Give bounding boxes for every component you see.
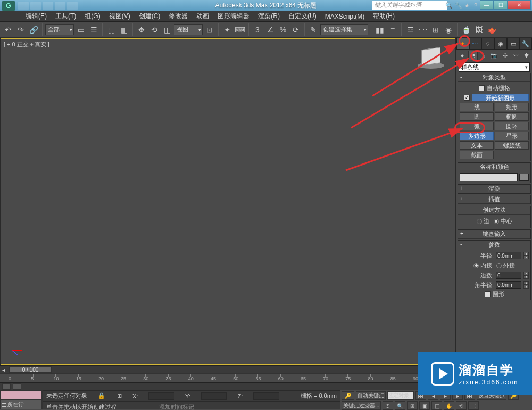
ellipse-button[interactable]: 椭圆 [495,112,529,121]
rollout-header[interactable]: +插值 [458,195,530,204]
key-icon[interactable]: 🔧 [455,2,462,10]
render-frame-icon[interactable]: 🖼 [473,24,485,36]
undo-icon[interactable]: ↶ [2,24,14,36]
z-coord-input[interactable] [253,392,279,400]
search-icon[interactable]: 🔍 [445,2,453,10]
link-icon[interactable]: 🔗 [28,24,39,36]
center-radio[interactable]: 中心 [494,217,512,225]
scale-icon[interactable]: ◫ [161,24,173,36]
helpers-category-icon[interactable]: ✢ [500,51,510,60]
spinner-buttons[interactable]: ▴▾ [523,281,529,289]
move-icon[interactable]: ✥ [136,24,147,36]
motion-tab[interactable]: ◉ [494,38,507,50]
corner-radius-spinner[interactable]: 0.0mm [496,281,521,289]
key-lock-icon[interactable]: 🔑 [342,391,354,400]
menu-modifiers[interactable]: 修改器 [164,11,192,22]
schematic-icon[interactable]: ⊞ [430,24,442,36]
zoom-extents-icon[interactable]: ▣ [419,401,430,410]
text-button[interactable]: 文本 [460,141,494,150]
minimize-button[interactable]: — [480,0,494,10]
qat-btn[interactable] [30,2,41,10]
script-listener-mini[interactable] [0,390,42,400]
viewcube[interactable] [418,44,444,71]
radius-spinner[interactable]: 0.0mm [496,252,521,259]
menu-tools[interactable]: 工具(T) [51,11,80,22]
zoom-icon[interactable]: 🔍 [395,401,405,410]
arc-button[interactable]: 弧 [460,122,494,130]
pivot-icon[interactable]: ⊡ [204,24,215,36]
viewport-perspective[interactable]: [ + 0 正交＋真实 ] [1,38,455,365]
close-button[interactable]: ✕ [508,0,531,10]
systems-category-icon[interactable]: ✱ [521,51,531,60]
geometry-category-icon[interactable]: ● [458,51,467,60]
time-config-icon[interactable]: ⏱ [383,401,393,410]
section-button[interactable]: 截面 [460,151,494,159]
align-icon[interactable]: ≡ [387,24,398,36]
ngon-button[interactable]: 多边形 [460,132,494,140]
rectangle-button[interactable]: 矩形 [495,103,529,111]
rollout-header[interactable]: +键盘输入 [458,230,530,239]
ref-coord-dropdown[interactable]: 视图 [174,24,203,35]
rollout-header[interactable]: -对象类型 [458,73,530,82]
rotate-icon[interactable]: ⟲ [148,24,160,36]
select-name-icon[interactable]: ☰ [88,24,99,36]
lights-category-icon[interactable]: ☼ [479,51,488,60]
curve-editor-icon[interactable]: 〰 [417,24,429,36]
add-time-tag[interactable]: 添加时间标记 [159,403,194,410]
star-icon[interactable]: ★ [464,2,472,10]
display-tab[interactable]: ▭ [507,38,520,50]
coord-display-icon[interactable]: ⊞ [117,392,122,399]
help-search-input[interactable]: 键入关键字或短语 [372,1,447,10]
helix-button[interactable]: 螺旋线 [495,141,529,150]
x-coord-input[interactable] [148,392,174,400]
edit-named-icon[interactable]: ✎ [307,24,319,36]
star-button[interactable]: 星形 [495,132,529,140]
inscribed-radio[interactable]: 内接 [473,261,492,269]
sides-spinner[interactable]: 6 [496,272,521,279]
spinner-buttons[interactable]: ▴▾ [523,252,529,259]
shapes-category-icon[interactable]: ◔ [468,51,478,60]
qat-btn[interactable] [18,2,29,10]
layers-icon[interactable]: ☲ [404,24,416,36]
menu-create[interactable]: 创建(C) [135,11,165,22]
menu-views[interactable]: 视图(V) [105,11,135,22]
menu-edit[interactable]: 编辑(E) [21,11,51,22]
start-new-shape-button[interactable]: 开始新图形 [472,94,529,101]
circular-checkbox-row[interactable]: 圆形 [460,290,529,298]
render-setup-icon[interactable]: 🍵 [460,24,472,36]
floor-button[interactable]: ☰ 所在行: [0,400,42,409]
cameras-category-icon[interactable]: 📷 [489,51,499,60]
donut-button[interactable]: 圆环 [495,122,529,130]
trackbar-filter-icon[interactable] [13,383,21,390]
utilities-tab[interactable]: 🔧 [519,38,532,50]
selection-filter-dropdown[interactable]: 全部 [45,24,74,35]
material-editor-icon[interactable]: ◉ [443,24,454,36]
zoom-all-icon[interactable]: ⊞ [407,401,418,410]
app-icon[interactable]: G [2,1,15,11]
manipulate-icon[interactable]: ✦ [221,24,233,36]
time-slider-handle[interactable]: 0 / 100 [9,366,52,373]
trackbar-toggle-icon[interactable] [2,383,11,390]
menu-animation[interactable]: 动画 [192,11,213,22]
rollout-header[interactable]: -创建方法 [458,206,530,215]
redo-icon[interactable]: ↷ [15,24,27,36]
modify-tab[interactable]: 〰 [469,38,482,50]
qat-btn[interactable] [43,2,53,10]
rollout-header[interactable]: -名称和颜色 [458,163,530,171]
named-selection-dropdown[interactable]: 创建选择集 [320,24,368,35]
pan-icon[interactable]: ✋ [444,401,454,410]
start-new-shape-row[interactable]: ✓开始新图形 [460,93,529,102]
select-icon[interactable]: ▭ [75,24,87,36]
qat-btn[interactable] [67,2,78,10]
create-tab[interactable]: ✦ [456,38,469,50]
orbit-icon[interactable]: ⟲ [456,401,467,410]
circle-button[interactable]: 圆 [460,112,494,121]
shape-subcategory-dropdown[interactable]: 样条线 [459,62,530,72]
window-crossing-icon[interactable]: ▦ [118,24,130,36]
spinner-snap-icon[interactable]: ⟳ [290,24,302,36]
hierarchy-tab[interactable]: ♢ [481,38,494,50]
spacewarps-category-icon[interactable]: 〰 [511,51,520,60]
maximize-viewport-icon[interactable]: ⛶ [468,401,479,410]
qat-btn[interactable] [55,2,65,10]
autogrid-checkbox-row[interactable]: 自动栅格 [460,84,529,92]
